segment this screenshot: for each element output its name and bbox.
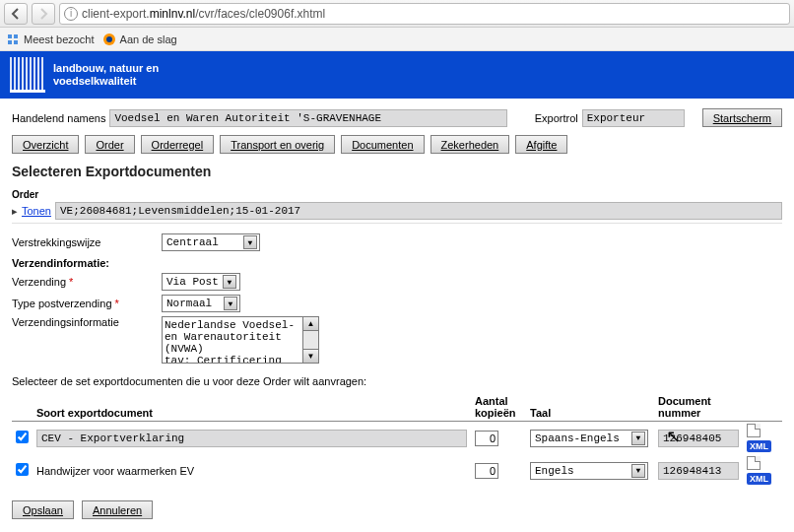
bookmark-label: Aan de slag bbox=[120, 33, 177, 45]
bookmark-label: Meest bezocht bbox=[24, 33, 95, 45]
tab-documenten[interactable]: Documenten bbox=[341, 135, 424, 154]
verstrekking-select[interactable]: Centraal▼ bbox=[162, 233, 260, 251]
col-soort: Soort exportdocument bbox=[33, 393, 471, 422]
soort-text: Handwijzer voor waarmerken EV bbox=[33, 454, 471, 487]
startscreen-button[interactable]: Startscherm bbox=[702, 108, 782, 127]
select-prompt: Selecteer de set exportdocumenten die u … bbox=[12, 375, 782, 387]
kopieen-input[interactable] bbox=[475, 463, 498, 479]
docnr-field: 126948405 bbox=[658, 430, 739, 447]
typepost-label: Type postverzending * bbox=[12, 298, 162, 309]
table-row: Handwijzer voor waarmerken EV Engels▼ 12… bbox=[12, 454, 782, 487]
bookmark-get-started[interactable]: Aan de slag bbox=[102, 33, 177, 46]
grid-icon bbox=[6, 33, 20, 46]
order-section-label: Order bbox=[12, 189, 782, 200]
scroll-down-icon[interactable]: ▼ bbox=[303, 349, 318, 363]
scroll-track[interactable] bbox=[303, 331, 318, 349]
document-icon[interactable] bbox=[747, 456, 761, 470]
order-field: VE;26084681;Levensmiddelen;15-01-2017 bbox=[55, 202, 782, 220]
cancel-button[interactable]: Annuleren bbox=[82, 500, 153, 519]
forward-button bbox=[32, 3, 55, 25]
col-docnr: Document nummer bbox=[654, 393, 743, 422]
col-taal: Taal bbox=[526, 393, 654, 422]
xml-badge[interactable]: XML bbox=[747, 473, 771, 485]
scrollbar[interactable]: ▲ ▼ bbox=[303, 316, 319, 364]
docnr-field: 126948413 bbox=[658, 462, 739, 480]
row-checkbox[interactable] bbox=[16, 463, 29, 476]
chevron-down-icon: ▼ bbox=[223, 275, 236, 289]
bookmark-most-visited[interactable]: Meest bezocht bbox=[6, 33, 95, 46]
tab-transport[interactable]: Transport en overig bbox=[220, 135, 335, 154]
tab-overzicht[interactable]: Overzicht bbox=[12, 135, 79, 154]
order-toggle-link[interactable]: Tonen bbox=[22, 205, 51, 217]
chevron-down-icon: ▼ bbox=[631, 464, 645, 478]
row-checkbox[interactable] bbox=[16, 431, 29, 443]
tab-orderregel[interactable]: Orderregel bbox=[141, 135, 215, 154]
chevron-down-icon: ▼ bbox=[243, 235, 257, 249]
role-field: Exporteur bbox=[582, 109, 685, 127]
svg-rect-1 bbox=[14, 34, 18, 38]
chevron-down-icon: ▼ bbox=[224, 297, 237, 310]
taal-select[interactable]: Engels▼ bbox=[530, 462, 648, 480]
firefox-icon bbox=[102, 33, 116, 46]
tab-order[interactable]: Order bbox=[85, 135, 134, 154]
typepost-select[interactable]: Normaal▼ bbox=[162, 295, 240, 312]
col-aantal: Aantal kopieën bbox=[471, 393, 526, 422]
url-bar[interactable]: i client-export.minlnv.nl/cvr/faces/cle0… bbox=[59, 3, 790, 25]
svg-rect-3 bbox=[14, 40, 18, 44]
table-row: CEV - Exportverklaring Spaans-Engels▼ 12… bbox=[12, 422, 782, 455]
back-button[interactable] bbox=[4, 3, 28, 25]
app-banner: landbouw, natuur en voedselkwaliteit bbox=[0, 51, 794, 99]
save-button[interactable]: Opslaan bbox=[12, 500, 74, 519]
brand-text: landbouw, natuur en voedselkwaliteit bbox=[53, 62, 159, 88]
svg-rect-0 bbox=[8, 34, 12, 38]
kopieen-input[interactable] bbox=[475, 431, 498, 446]
svg-rect-2 bbox=[8, 40, 12, 44]
site-info-icon[interactable]: i bbox=[64, 7, 78, 21]
xml-badge[interactable]: XML bbox=[747, 440, 771, 452]
verzendinfo-textarea[interactable] bbox=[162, 316, 303, 364]
verzendinfo-heading: Verzendinformatie: bbox=[12, 257, 782, 269]
acting-field: Voedsel en Waren Autoriteit 'S-GRAVENHAG… bbox=[109, 109, 506, 127]
documents-table: Soort exportdocument Aantal kopieën Taal… bbox=[12, 393, 782, 487]
acting-label: Handelend namens bbox=[12, 112, 105, 124]
svg-point-5 bbox=[106, 36, 112, 42]
taal-select[interactable]: Spaans-Engels▼ bbox=[530, 430, 648, 447]
verzending-select[interactable]: Via Post▼ bbox=[162, 273, 240, 291]
verzendinfo-label: Verzendingsinformatie bbox=[12, 316, 162, 328]
url-text: client-export.minlnv.nl/cvr/faces/cle090… bbox=[82, 7, 325, 21]
scroll-up-icon[interactable]: ▲ bbox=[303, 317, 318, 331]
tab-zekerheden[interactable]: Zekerheden bbox=[430, 135, 510, 154]
document-icon[interactable] bbox=[747, 424, 761, 437]
expand-icon[interactable]: ▸ bbox=[12, 205, 18, 218]
chevron-down-icon: ▼ bbox=[631, 432, 645, 445]
tab-afgifte[interactable]: Afgifte bbox=[515, 135, 567, 154]
app-logo-icon bbox=[10, 57, 45, 93]
soort-field: CEV - Exportverklaring bbox=[36, 430, 467, 447]
verstrekking-label: Verstrekkingswijze bbox=[12, 236, 162, 248]
role-label: Exportrol bbox=[535, 112, 578, 124]
page-title: Selecteren Exportdocumenten bbox=[12, 164, 782, 179]
verzending-label: Verzending * bbox=[12, 276, 162, 288]
tab-bar: Overzicht Order Orderregel Transport en … bbox=[12, 135, 782, 154]
